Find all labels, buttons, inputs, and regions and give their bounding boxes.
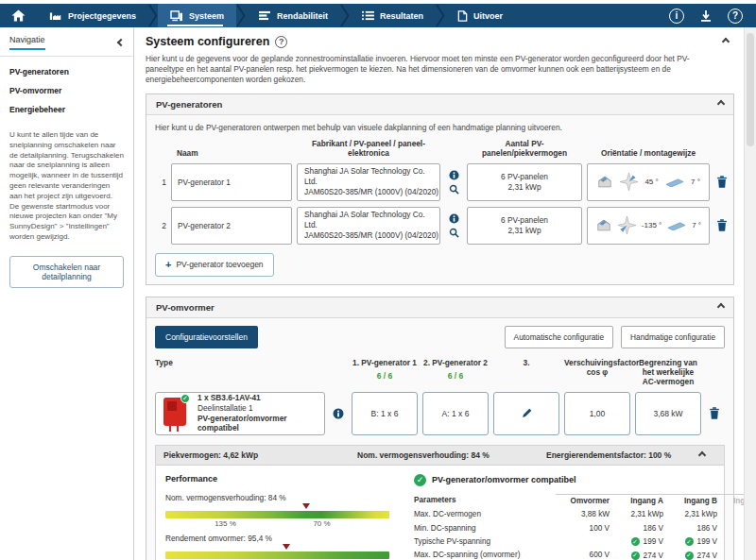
energy-factor-summary: Energierendementsfactor: 100 % — [546, 450, 699, 460]
delete-generator-button[interactable] — [714, 219, 730, 231]
col-name: Naam — [171, 148, 292, 158]
collapse-pv-generators-icon[interactable] — [717, 100, 725, 108]
inverter-info-icon[interactable] — [330, 408, 347, 419]
page-intro: Hier kunt u de gegevens voor de geplande… — [146, 54, 727, 86]
gen1-assignment-count: 6 / 6 — [352, 371, 418, 381]
collapse-sidebar-icon[interactable] — [117, 39, 125, 46]
generator-row: 2 PV-generator 2 Shanghai JA Solar Techn… — [155, 207, 725, 245]
generator-row: 1 PV-generator 1 Shanghai JA Solar Techn… — [155, 163, 725, 201]
power-ratio-summary: Nom. vermogensverhouding: 84 % — [357, 450, 546, 460]
scrollbar-thumb[interactable] — [747, 33, 754, 146]
plus-icon: + — [165, 260, 171, 270]
cosphi-field[interactable]: 1,00 — [564, 392, 630, 435]
panel-count-field[interactable]: 6 PV-panelen 2,31 kWp — [467, 163, 582, 201]
power-ratio-gauge — [165, 511, 389, 518]
house-icon — [596, 175, 613, 189]
compass-icon — [618, 216, 636, 234]
pv-generators-section: PV-generatoren Hier kunt u de PV-generat… — [146, 93, 734, 285]
ok-check-icon: ✓ — [685, 552, 694, 560]
tab-systeem[interactable]: Systeem — [158, 4, 236, 27]
app-window: Projectgegevens Systeem Rendabiliteit Re… — [0, 0, 756, 560]
compatible-check-icon: ✓ — [180, 394, 190, 403]
gauge1-marker — [302, 503, 310, 513]
info-icon[interactable]: i — [669, 8, 684, 24]
tab-rendabiliteit[interactable]: Rendabiliteit — [246, 4, 340, 27]
download-icon[interactable] — [698, 8, 713, 24]
panel-type-field[interactable]: Shanghai JA Solar Technology Co. Ltd. JA… — [297, 163, 440, 201]
panel-search-icon[interactable] — [449, 184, 459, 195]
col-ac-limit: Begrenzing van het werkelijke AC-vermoge… — [635, 358, 701, 387]
tilt-icon — [665, 178, 684, 187]
compatibility-table: Parameters Omvormer Ingang A Ingang B In… — [414, 494, 744, 560]
col-manufacturer: Fabrikant / PV-paneel / paneel-elektroni… — [297, 139, 440, 158]
tilt-value: 7 ° — [692, 221, 701, 229]
panel-info-icon[interactable] — [449, 213, 459, 224]
gauge2-label: Rendement omvormer: 95,4 % — [165, 534, 406, 543]
panel-search-icon[interactable] — [449, 228, 459, 238]
inverter-summary-bar: Piekvermogen: 4,62 kWp Nom. vermogensver… — [155, 445, 725, 465]
main-content: Systeem configureren ? Hier kunt u de ge… — [134, 27, 744, 560]
azimuth-value: -135 ° — [642, 221, 662, 229]
config-proposals-button[interactable]: Configuratievoorstellen — [155, 326, 258, 348]
document-icon — [457, 10, 468, 22]
gen2-assignment-count: 6 / 6 — [422, 371, 489, 381]
manual-config-button[interactable]: Handmatige configuratie — [621, 326, 725, 348]
inverter-image: ✓ — [162, 396, 190, 432]
orientation-field[interactable]: 45 ° 7 ° — [587, 163, 710, 201]
input-a-field[interactable]: A: 1 x 6 — [422, 392, 489, 435]
tab-uitvoer[interactable]: Uitvoer — [445, 4, 515, 27]
orientation-field[interactable]: -135 ° 7 ° — [587, 207, 710, 245]
subinstallation-label: Deelinstallatie 1 — [198, 403, 318, 414]
sidebar-item-pv-omvormer[interactable]: PV-omvormer — [0, 81, 133, 100]
input-b-field[interactable]: B: 1 x 6 — [352, 392, 418, 435]
tab-resultaten[interactable]: Resultaten — [350, 4, 436, 27]
add-generator-button[interactable]: + PV-generator toevoegen — [155, 253, 274, 277]
compatible-check-icon: ✓ — [414, 474, 426, 486]
col-panels: Aantal PV-panelen/piekvermogen — [467, 139, 582, 158]
inverter-table-header: Type 1. PV-generator 1 6 / 6 2. PV-gener… — [155, 358, 725, 387]
generator-name-field[interactable]: PV-generator 2 — [171, 207, 292, 245]
pv-generators-description: Hier kunt u de PV-generatoren ontwerpen … — [155, 123, 725, 132]
factory-icon — [49, 10, 62, 21]
panel-type-field[interactable]: Shanghai JA Solar Technology Co. Ltd. JA… — [297, 207, 440, 245]
home-button[interactable] — [0, 4, 37, 27]
gauge1-label: Nom. vermogensverhouding: 84 % — [165, 493, 406, 502]
pv-inverter-section: PV-omvormer Configuratievoorstellen Auto… — [146, 297, 734, 560]
collapse-page-icon[interactable] — [717, 33, 734, 50]
tab-separator — [236, 4, 246, 27]
pencil-icon — [521, 407, 533, 419]
col-generator-2: 2. PV-generator 2 6 / 6 — [422, 358, 489, 381]
pv-generators-title: PV-generatoren — [156, 99, 222, 110]
compatibility-panel: ✓ PV-generator/omvormer compatibel Param… — [414, 474, 744, 560]
panel-info-icon[interactable] — [449, 170, 459, 180]
edit-assignment-field[interactable] — [493, 392, 559, 435]
delete-inverter-button[interactable] — [706, 407, 723, 419]
help-icon[interactable]: ? — [728, 8, 743, 24]
scrollbar-track[interactable] — [744, 27, 756, 560]
auto-config-button[interactable]: Automatische configuratie — [505, 326, 613, 348]
ok-check-icon: ✓ — [631, 537, 640, 546]
tilt-icon — [667, 221, 686, 230]
tab-projectgegevens[interactable]: Projectgegevens — [37, 4, 148, 27]
tab-separator — [436, 4, 445, 27]
sidebar-item-pv-generatoren[interactable]: PV-generatoren — [0, 62, 133, 81]
row-index: 1 — [155, 178, 166, 187]
inverter-type-field[interactable]: ✓ 1 x SB3.6-1AV-41 Deelinstallatie 1 PV-… — [155, 392, 325, 435]
col-generator-3: 3. — [493, 358, 559, 367]
sidebar: Navigatie PV-generatoren PV-omvormer Ene… — [0, 27, 134, 560]
page-help-icon[interactable]: ? — [275, 36, 287, 48]
delete-generator-button[interactable] — [714, 176, 730, 188]
switch-to-detail-planning-button[interactable]: Omschakelen naar detailplanning — [9, 256, 124, 288]
compass-icon — [620, 173, 638, 191]
generator-name-field[interactable]: PV-generator 1 — [171, 163, 292, 201]
tab-separator — [340, 4, 350, 27]
tilt-value: 7 ° — [691, 178, 700, 186]
collapse-pv-inverter-icon[interactable] — [717, 303, 725, 311]
sidebar-item-energiebeheer[interactable]: Energiebeheer — [0, 100, 133, 119]
panel-count-field[interactable]: 6 PV-panelen 2,31 kWp — [467, 207, 582, 245]
sidebar-nav: PV-generatoren PV-omvormer Energiebeheer — [0, 57, 133, 125]
home-icon — [11, 9, 26, 22]
collapse-summary-icon[interactable] — [698, 450, 706, 458]
ok-check-icon: ✓ — [631, 552, 640, 560]
ac-limit-field[interactable]: 3,68 kW — [635, 392, 701, 435]
